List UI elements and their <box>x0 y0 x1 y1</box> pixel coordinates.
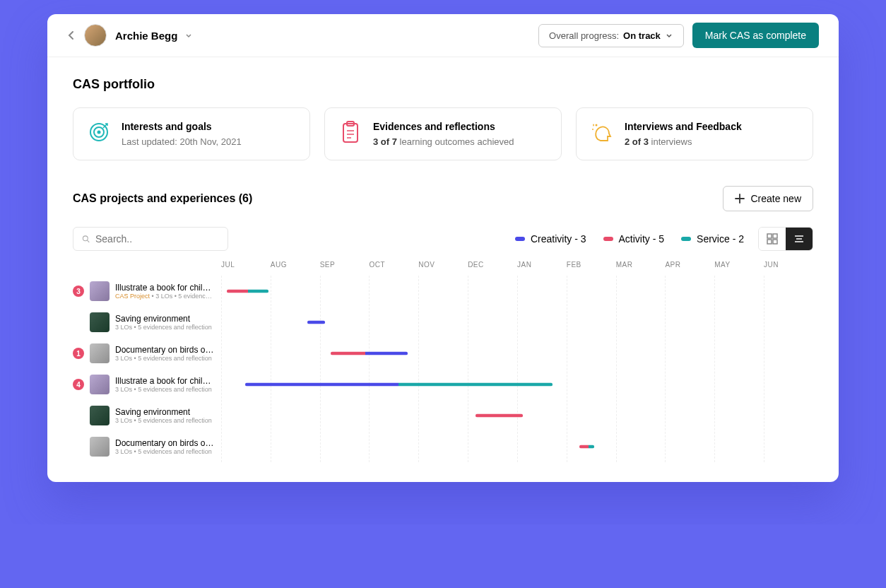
head-sparkle-icon <box>591 121 613 143</box>
bar-segment <box>245 383 399 387</box>
chevron-down-icon <box>184 31 193 40</box>
bar-segment <box>227 290 247 293</box>
legend-service: Service - 2 <box>681 233 744 245</box>
row-title: Saving environment <box>115 314 212 324</box>
back-button[interactable] <box>67 30 76 40</box>
timeline-bar[interactable] <box>227 290 268 293</box>
month-label: JAN <box>517 261 567 269</box>
card-interviews-feedback[interactable]: Interviews and Feedback 2 of 3 interview… <box>576 107 813 160</box>
row-thumbnail <box>90 406 110 425</box>
svg-line-11 <box>88 240 90 242</box>
toolbar: Creativity - 3 Activity - 5 Service - 2 <box>73 227 813 251</box>
search-input[interactable] <box>95 233 219 245</box>
row-thumbnail <box>90 312 110 332</box>
create-new-button[interactable]: Create new <box>723 186 813 211</box>
row-title: Documentary on birds of ... <box>115 438 214 448</box>
timeline: JULAUGSEPOCTNOVDECJANFEBMARAPRMAYJUN 3Il… <box>73 261 813 462</box>
timeline-bar[interactable] <box>245 383 553 387</box>
timeline-months: JULAUGSEPOCTNOVDECJANFEBMARAPRMAYJUN <box>221 261 813 269</box>
svg-rect-14 <box>767 240 772 244</box>
bar-segment <box>307 321 325 324</box>
month-label: FEB <box>567 261 616 269</box>
legend-activity: Activity - 5 <box>603 233 665 245</box>
count-badge: 3 <box>73 286 84 297</box>
app-window: Archie Begg Overall progress: On track M… <box>47 14 839 482</box>
month-label: SEP <box>320 261 370 269</box>
progress-dropdown[interactable]: Overall progress: On track <box>538 24 684 47</box>
mark-complete-button[interactable]: Mark CAS as complete <box>692 23 819 48</box>
timeline-row[interactable]: 0Saving environment3 LOs • 5 evidences a… <box>73 400 813 431</box>
content: CAS portfolio Interests and goals Last u… <box>47 57 839 482</box>
timeline-bar[interactable] <box>331 352 408 355</box>
bar-segment <box>365 352 408 355</box>
legend-creativity: Creativity - 3 <box>515 233 586 245</box>
avatar[interactable] <box>84 24 107 47</box>
grid-icon <box>767 233 778 245</box>
timeline-row[interactable]: 0Documentary on birds of ...3 LOs • 5 ev… <box>73 431 813 462</box>
row-subtitle: 3 LOs • 5 evidences and reflection <box>115 324 212 331</box>
grid-view-button[interactable] <box>759 228 786 250</box>
bar-segment <box>398 383 553 387</box>
row-thumbnail <box>90 437 110 457</box>
timeline-row[interactable]: 3Illustrate a book for child...CAS Proje… <box>73 276 813 307</box>
timeline-row[interactable]: 0Saving environment3 LOs • 5 evidences a… <box>73 307 813 338</box>
plus-icon <box>735 194 745 204</box>
section-header: CAS projects and experiences (6) Create … <box>73 186 813 211</box>
timeline-view-button[interactable] <box>786 228 813 250</box>
page-title: CAS portfolio <box>73 77 813 92</box>
target-icon <box>88 121 110 143</box>
header: Archie Begg Overall progress: On track M… <box>47 14 839 57</box>
timeline-row[interactable]: 1Documentary on birds of ...3 LOs • 5 ev… <box>73 338 813 369</box>
card-interests-goals[interactable]: Interests and goals Last updated: 20th N… <box>73 107 310 160</box>
bar-segment <box>589 445 594 449</box>
row-title: Illustrate a book for childr... <box>115 376 214 386</box>
card-title: Interests and goals <box>122 121 242 132</box>
month-label: MAR <box>616 261 666 269</box>
card-title: Evidences and reflections <box>373 121 514 132</box>
svg-point-9 <box>592 129 593 130</box>
legend: Creativity - 3 Activity - 5 Service - 2 <box>515 233 744 245</box>
card-subtitle: Last updated: 20th Nov, 2021 <box>122 136 242 147</box>
username-dropdown[interactable]: Archie Begg <box>115 30 193 42</box>
month-label: JUL <box>221 261 271 269</box>
svg-point-8 <box>596 124 598 127</box>
timeline-bar[interactable] <box>579 445 594 449</box>
legend-dot-icon <box>681 237 691 241</box>
timeline-icon <box>793 233 805 245</box>
month-label: NOV <box>418 261 468 269</box>
svg-rect-13 <box>773 234 777 238</box>
clipboard-icon <box>339 121 362 143</box>
legend-label: Creativity - 3 <box>531 233 586 245</box>
search-box[interactable] <box>73 227 228 251</box>
timeline-row[interactable]: 4Illustrate a book for childr...3 LOs • … <box>73 369 813 400</box>
month-label: APR <box>665 261 714 269</box>
row-title: Illustrate a book for child... <box>115 283 214 293</box>
row-title: Saving environment <box>115 407 212 417</box>
month-label: OCT <box>369 261 418 269</box>
month-label: MAY <box>714 261 764 269</box>
view-toggle <box>758 227 813 251</box>
card-evidences-reflections[interactable]: Evidences and reflections 3 of 7 learnin… <box>324 107 562 160</box>
svg-point-10 <box>83 236 88 241</box>
row-thumbnail <box>90 343 110 363</box>
bar-segment <box>248 290 268 293</box>
month-label: AUG <box>271 261 320 269</box>
card-subtitle: 3 of 7 learning outcomes achieved <box>373 136 514 147</box>
card-title: Interviews and Feedback <box>625 121 742 132</box>
timeline-bar[interactable] <box>307 321 325 324</box>
row-thumbnail <box>90 281 110 301</box>
create-new-label: Create new <box>750 193 801 204</box>
timeline-bar[interactable] <box>476 414 523 418</box>
section-title: CAS projects and experiences (6) <box>73 192 252 205</box>
legend-label: Service - 2 <box>697 233 744 245</box>
count-badge: 1 <box>73 348 84 359</box>
chevron-left-icon <box>67 30 76 40</box>
search-icon <box>82 233 90 245</box>
legend-label: Activity - 5 <box>619 233 665 245</box>
chevron-down-icon <box>665 31 673 40</box>
legend-dot-icon <box>603 237 613 241</box>
progress-label: Overall progress: <box>549 30 619 41</box>
card-subtitle: 2 of 3 interviews <box>625 136 742 147</box>
row-subtitle: 3 LOs • 5 evidences and reflection <box>115 386 214 393</box>
row-thumbnail <box>90 375 110 394</box>
